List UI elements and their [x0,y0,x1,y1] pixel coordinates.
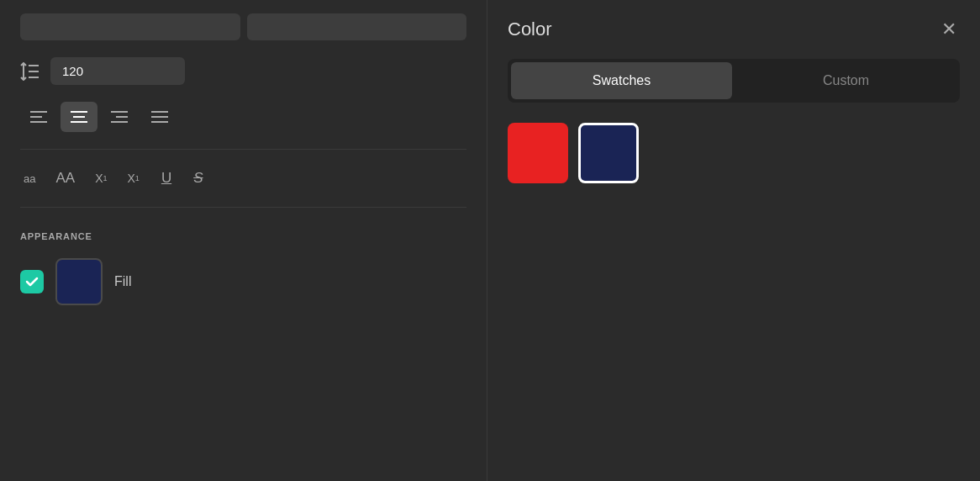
tab-swatches[interactable]: Swatches [511,62,732,99]
align-justify-button[interactable] [141,102,178,132]
align-right-button[interactable] [101,102,138,132]
tab-custom[interactable]: Custom [735,62,956,99]
align-row [20,102,466,150]
color-header: Color ✕ [508,17,960,42]
fill-row: Fill [20,258,466,305]
top-bar-btn-1[interactable] [20,13,240,40]
color-panel-title: Color [508,18,552,40]
right-panel: Color ✕ Swatches Custom [487,0,980,481]
swatch-red[interactable] [508,123,568,183]
fill-label: Fill [114,274,131,289]
text-format-row: aa AA X1 X1 U S [20,166,466,208]
strikethrough-button[interactable]: S [190,170,206,187]
line-height-row: 120 [20,57,466,85]
top-bar-btn-2[interactable] [247,13,467,40]
align-center-button[interactable] [61,102,97,132]
underline-button[interactable]: U [156,170,177,187]
fill-checkbox[interactable] [20,270,44,293]
left-panel: 120 [0,0,487,481]
align-left-button[interactable] [20,102,57,132]
swatch-navy[interactable] [578,123,639,183]
top-bar [20,13,466,40]
uppercase-button[interactable]: AA [52,166,78,190]
appearance-section: APPEARANCE Fill [20,225,466,305]
fill-color-swatch[interactable] [55,258,103,305]
appearance-label: APPEARANCE [20,231,466,241]
lowercase-button[interactable]: aa [20,169,39,188]
close-button[interactable]: ✕ [938,17,960,42]
subscript-button[interactable]: X1 [124,168,143,188]
line-height-icon [20,62,40,81]
line-height-input[interactable]: 120 [50,57,185,85]
tab-row: Swatches Custom [508,59,960,103]
superscript-button[interactable]: X1 [92,168,110,188]
swatches-grid [508,123,960,183]
